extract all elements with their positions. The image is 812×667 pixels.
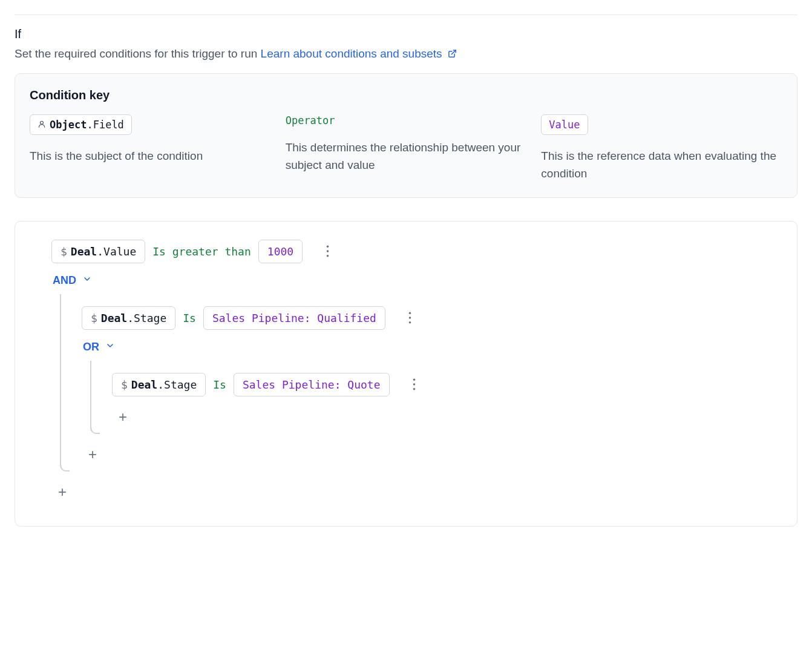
condition-key-heading: Condition key: [30, 88, 782, 102]
add-condition-button[interactable]: +: [55, 485, 70, 499]
or-group: $ Deal.Stage Is Sales Pipeline: Quote +: [90, 361, 761, 434]
object-label: Object: [50, 119, 87, 131]
subject-chip[interactable]: $ Deal.Value: [51, 240, 145, 263]
add-condition-button[interactable]: +: [85, 447, 100, 462]
chevron-down-icon: [82, 274, 92, 287]
svg-point-8: [413, 379, 416, 381]
subject-chip[interactable]: $ Deal.Stage: [82, 306, 175, 330]
value-chip[interactable]: 1000: [258, 240, 303, 263]
condition-row-2: $ Deal.Stage Is Sales Pipeline: Qualifie…: [82, 306, 761, 330]
key-col-value: Value This is the reference data when ev…: [541, 114, 782, 183]
condition-builder: $ Deal.Value Is greater than 1000 AND $ …: [15, 221, 797, 527]
object-text: Deal: [101, 312, 127, 324]
learn-link[interactable]: Learn about conditions and subsets: [261, 47, 457, 60]
svg-point-4: [326, 255, 329, 257]
operator-text[interactable]: Is: [213, 378, 226, 391]
field-text: Stage: [134, 312, 166, 324]
field-label: Field: [93, 119, 124, 131]
condition-key-row: Object.Field This is the subject of the …: [30, 114, 782, 183]
header: If Set the required conditions for this …: [15, 15, 797, 61]
logic-and[interactable]: AND: [51, 272, 93, 289]
operator-desc: This determines the relationship between…: [286, 139, 527, 174]
operator-text[interactable]: Is greater than: [152, 245, 251, 258]
dollar-icon: $: [121, 378, 128, 391]
object-text: Deal: [71, 245, 97, 258]
and-group: $ Deal.Stage Is Sales Pipeline: Qualifie…: [60, 294, 761, 472]
more-icon[interactable]: [408, 376, 421, 393]
object-field-chip: Object.Field: [30, 114, 132, 135]
svg-point-6: [409, 317, 411, 320]
person-icon: [38, 119, 46, 131]
svg-point-9: [413, 384, 416, 386]
dollar-icon: $: [61, 245, 67, 258]
page-title: If: [15, 27, 797, 41]
value-chip[interactable]: Sales Pipeline: Qualified: [203, 306, 385, 330]
svg-point-5: [409, 312, 411, 315]
condition-key-panel: Condition key Object.Field This is the s…: [15, 73, 797, 198]
key-col-object: Object.Field This is the subject of the …: [30, 114, 271, 183]
object-desc: This is the subject of the condition: [30, 147, 271, 165]
condition-row-1: $ Deal.Value Is greater than 1000: [51, 240, 761, 263]
object-text: Deal: [131, 378, 157, 391]
external-link-icon: [448, 48, 457, 61]
dot: .: [127, 312, 134, 324]
subtitle-text: Set the required conditions for this tri…: [15, 47, 261, 60]
svg-point-1: [41, 121, 44, 124]
value-chip[interactable]: Sales Pipeline: Quote: [234, 373, 390, 396]
value-chip: Value: [541, 114, 588, 135]
field-text: Value: [103, 245, 136, 258]
condition-row-3: $ Deal.Stage Is Sales Pipeline: Quote: [112, 373, 761, 396]
svg-line-0: [451, 50, 456, 54]
svg-point-10: [413, 388, 416, 390]
add-condition-button[interactable]: +: [116, 410, 130, 424]
svg-point-7: [409, 321, 411, 324]
svg-point-2: [326, 246, 329, 248]
operator-text[interactable]: Is: [183, 312, 196, 324]
field-text: Stage: [164, 378, 197, 391]
page-subtitle: Set the required conditions for this tri…: [15, 47, 797, 61]
dot: .: [97, 245, 103, 258]
object-dot: .: [87, 119, 93, 131]
learn-link-label: Learn about conditions and subsets: [261, 47, 442, 60]
more-icon[interactable]: [321, 243, 334, 260]
logic-label: OR: [83, 341, 99, 353]
more-icon[interactable]: [404, 309, 417, 326]
logic-label: AND: [53, 274, 76, 287]
dot: .: [157, 378, 164, 391]
svg-point-3: [326, 251, 329, 253]
dollar-icon: $: [91, 312, 97, 324]
chevron-down-icon: [105, 341, 115, 353]
key-col-operator: Operator This determines the relationshi…: [286, 114, 527, 183]
subject-chip[interactable]: $ Deal.Stage: [112, 373, 206, 396]
logic-or[interactable]: OR: [82, 338, 116, 356]
operator-label: Operator: [286, 114, 335, 126]
value-desc: This is the reference data when evaluati…: [541, 147, 782, 183]
